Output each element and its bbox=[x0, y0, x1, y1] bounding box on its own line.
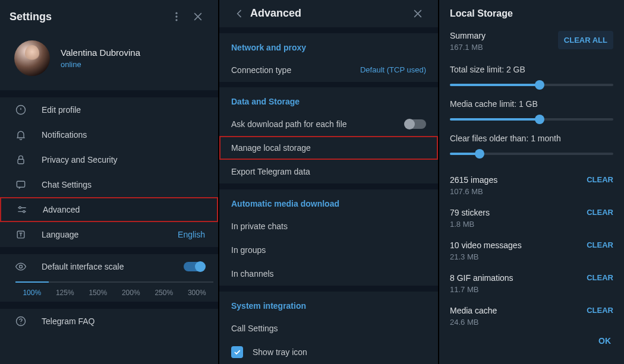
profile-block[interactable]: Valentina Dubrovina online bbox=[0, 33, 218, 90]
stat-size: 1.8 MB bbox=[450, 220, 490, 229]
separator bbox=[0, 302, 218, 309]
more-icon[interactable] bbox=[166, 6, 187, 27]
separator bbox=[219, 183, 438, 189]
clear-button[interactable]: CLEAR bbox=[587, 240, 613, 249]
advanced-panel: Advanced Network and proxy Connection ty… bbox=[219, 0, 439, 364]
scale-options[interactable]: 100%125%150%200%250%300% bbox=[0, 279, 218, 302]
menu-item-language[interactable]: LanguageEnglish bbox=[0, 222, 218, 247]
manage-local-storage-row[interactable]: Manage local storage bbox=[219, 136, 438, 160]
slider[interactable] bbox=[450, 118, 613, 121]
clear-button[interactable]: CLEAR bbox=[587, 273, 613, 282]
scale-option[interactable]: 200% bbox=[115, 281, 148, 297]
clear-button[interactable]: CLEAR bbox=[587, 208, 613, 217]
export-data-row[interactable]: Export Telegram data bbox=[219, 160, 438, 183]
sliders-icon bbox=[14, 204, 30, 216]
close-icon[interactable] bbox=[407, 3, 428, 24]
svg-point-7 bbox=[23, 211, 25, 213]
summary-row: Summary 167.1 MB CLEAR ALL bbox=[450, 31, 613, 52]
scale-option[interactable]: 300% bbox=[181, 281, 214, 297]
faq-row[interactable]: Telegram FAQ bbox=[0, 309, 218, 334]
lang-icon bbox=[13, 229, 29, 240]
menu-item-advanced[interactable]: Advanced bbox=[0, 197, 218, 222]
connection-type-value: Default (TCP used) bbox=[360, 65, 426, 74]
scale-option[interactable]: 125% bbox=[49, 281, 82, 297]
connection-type-label: Connection type bbox=[231, 65, 291, 75]
storage-stats: 2615 images107.6 MBCLEAR79 stickers1.8 M… bbox=[450, 169, 613, 333]
ask-download-toggle[interactable] bbox=[405, 119, 426, 129]
separator bbox=[0, 247, 218, 254]
ok-button[interactable]: OK bbox=[598, 336, 611, 346]
svg-point-6 bbox=[19, 207, 21, 208]
section-data: Data and Storage bbox=[219, 87, 438, 112]
scale-option[interactable]: 150% bbox=[81, 281, 115, 297]
section-system: System integration bbox=[219, 292, 438, 316]
back-icon[interactable] bbox=[229, 3, 250, 24]
stat-size: 24.6 MB bbox=[450, 318, 497, 327]
separator bbox=[219, 27, 438, 33]
chat-icon bbox=[13, 179, 29, 191]
menu-item-right: English bbox=[178, 230, 205, 239]
connection-type-row[interactable]: Connection type Default (TCP used) bbox=[219, 58, 438, 82]
stat-title: Media cache bbox=[450, 306, 497, 315]
svg-point-2 bbox=[175, 19, 177, 21]
slider[interactable] bbox=[450, 153, 613, 155]
default-scale-row[interactable]: Default interface scale bbox=[0, 254, 218, 279]
clear-button[interactable]: CLEAR bbox=[587, 175, 613, 184]
menu-item-label: Edit profile bbox=[42, 105, 81, 115]
faq-label: Telegram FAQ bbox=[42, 316, 94, 326]
slider-label: Media cache limit: 1 GB bbox=[450, 99, 613, 109]
stat-title: 79 stickers bbox=[450, 208, 490, 217]
scale-toggle[interactable] bbox=[184, 262, 205, 271]
stat-size: 21.3 MB bbox=[450, 252, 522, 261]
help-icon bbox=[13, 315, 29, 327]
auto-channels-row[interactable]: In channels bbox=[219, 262, 438, 286]
tray-icon-row[interactable]: Show tray icon bbox=[219, 340, 438, 364]
clear-button[interactable]: CLEAR bbox=[587, 306, 613, 315]
settings-title: Settings bbox=[10, 11, 166, 23]
profile-status: online bbox=[61, 60, 140, 69]
menu-item-chat-settings[interactable]: Chat Settings bbox=[0, 172, 218, 197]
menu-item-notifications[interactable]: Notifications bbox=[0, 122, 218, 147]
stat-title: 2615 images bbox=[450, 175, 497, 185]
svg-rect-5 bbox=[17, 181, 24, 187]
stat-size: 107.6 MB bbox=[450, 187, 497, 196]
svg-point-9 bbox=[20, 265, 23, 268]
stat-size: 11.7 MB bbox=[450, 285, 513, 294]
call-settings-label: Call Settings bbox=[231, 324, 278, 333]
storage-stat-row: 79 stickers1.8 MBCLEAR bbox=[450, 202, 613, 235]
call-settings-row[interactable]: Call Settings bbox=[219, 316, 438, 340]
default-scale-label: Default interface scale bbox=[42, 262, 124, 271]
close-icon[interactable] bbox=[187, 6, 209, 27]
menu-item-privacy-and-security[interactable]: Privacy and Security bbox=[0, 147, 218, 172]
settings-header: Settings bbox=[0, 0, 218, 33]
separator bbox=[219, 286, 438, 292]
storage-stat-row: 8 GIF animations11.7 MBCLEAR bbox=[450, 267, 613, 300]
auto-private-row[interactable]: In private chats bbox=[219, 214, 438, 238]
section-network: Network and proxy bbox=[219, 33, 438, 58]
local-storage-panel: Local Storage Summary 167.1 MB CLEAR ALL… bbox=[439, 0, 624, 364]
auto-groups-row[interactable]: In groups bbox=[219, 238, 438, 262]
profile-icon bbox=[13, 104, 29, 116]
settings-menu: Edit profileNotificationsPrivacy and Sec… bbox=[0, 97, 218, 247]
slider-label: Total size limit: 2 GB bbox=[450, 65, 613, 74]
menu-item-edit-profile[interactable]: Edit profile bbox=[0, 97, 218, 122]
svg-point-0 bbox=[175, 12, 177, 14]
tray-checkbox[interactable] bbox=[231, 346, 243, 358]
clear-all-button[interactable]: CLEAR ALL bbox=[558, 31, 613, 49]
menu-item-label: Privacy and Security bbox=[42, 155, 118, 164]
slider[interactable] bbox=[450, 84, 613, 86]
advanced-title: Advanced bbox=[250, 7, 407, 20]
advanced-header: Advanced bbox=[219, 0, 438, 27]
menu-item-label: Notifications bbox=[42, 130, 87, 140]
slider-label: Clear files older than: 1 month bbox=[450, 134, 613, 143]
menu-item-label: Language bbox=[42, 230, 78, 239]
section-auto: Automatic media download bbox=[219, 189, 438, 214]
separator bbox=[219, 82, 438, 88]
menu-item-label: Chat Settings bbox=[42, 180, 92, 189]
ask-download-path-row[interactable]: Ask download path for each file bbox=[219, 112, 438, 136]
local-storage-title: Local Storage bbox=[439, 0, 624, 25]
avatar bbox=[14, 40, 50, 76]
scale-option[interactable]: 250% bbox=[147, 281, 181, 297]
scale-option[interactable]: 100% bbox=[15, 281, 49, 297]
summary-size: 167.1 MB bbox=[450, 43, 486, 52]
